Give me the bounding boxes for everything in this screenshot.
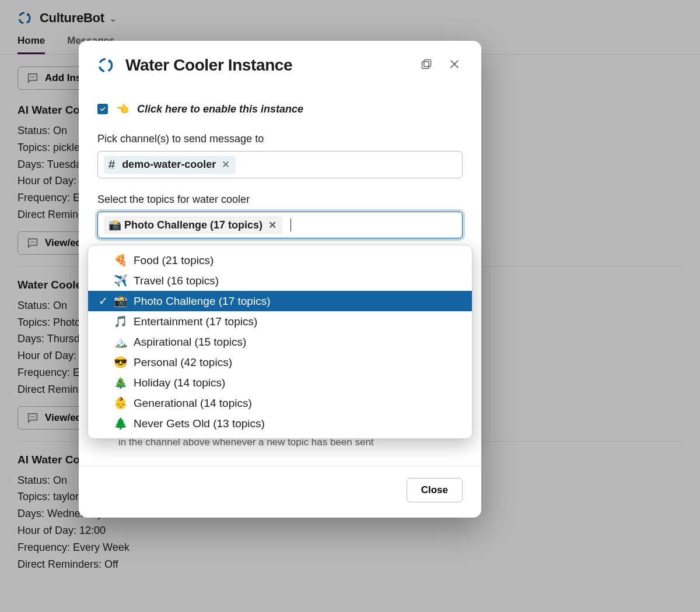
channel-chip-label: demo-water-cooler: [122, 159, 216, 171]
hash-icon: #: [108, 158, 115, 171]
dropdown-item-label: Holiday (14 topics): [134, 377, 225, 389]
topic-emoji-icon: 🎵: [114, 315, 128, 328]
dropdown-item[interactable]: ✓📸Photo Challenge (17 topics): [88, 291, 472, 311]
enable-checkbox[interactable]: [97, 104, 108, 114]
dropdown-item-label: Personal (42 topics): [134, 356, 232, 369]
dropdown-item-label: Entertainment (17 topics): [134, 315, 257, 328]
dropdown-item[interactable]: 🎄Holiday (14 topics): [88, 372, 472, 393]
dropdown-item[interactable]: 🍕Food (21 topics): [88, 250, 472, 270]
topic-chip: 📸 Photo Challenge (17 topics) ✕: [104, 216, 282, 234]
modal-logo-icon: [97, 57, 114, 73]
topic-emoji-icon: 🍕: [114, 254, 128, 267]
remove-topic-icon[interactable]: ✕: [267, 219, 278, 231]
channel-field-label: Pick channel(s) to send message to: [97, 133, 463, 145]
pointing-hand-icon: 👈: [116, 103, 129, 115]
dropdown-item-label: Generational (14 topics): [134, 397, 252, 410]
dropdown-item[interactable]: 👶Generational (14 topics): [88, 393, 472, 413]
close-button[interactable]: Close: [407, 478, 463, 502]
svg-point-12: [108, 59, 111, 62]
channel-select[interactable]: # demo-water-cooler ✕: [97, 151, 463, 178]
dropdown-item-label: Travel (16 topics): [134, 275, 219, 287]
topic-emoji-icon: 😎: [114, 356, 128, 369]
svg-rect-13: [424, 60, 431, 67]
checkmark-icon: ✓: [99, 294, 108, 308]
dropdown-item-label: Never Gets Old (13 topics): [134, 417, 265, 430]
modal-footer: Close: [79, 466, 481, 518]
close-icon[interactable]: [446, 56, 463, 75]
dropdown-item[interactable]: 🌲Never Gets Old (13 topics): [88, 413, 472, 434]
enable-instance-row[interactable]: 👈 Click here to enable this instance: [97, 103, 463, 115]
modal-title: Water Cooler Instance: [125, 56, 407, 75]
topic-emoji-icon: 👶: [114, 396, 128, 410]
dropdown-item-label: Food (21 topics): [134, 254, 214, 267]
channel-chip: # demo-water-cooler ✕: [104, 156, 236, 174]
topic-emoji-icon: 📸: [114, 294, 128, 308]
topics-select[interactable]: 📸 Photo Challenge (17 topics) ✕: [97, 212, 463, 238]
hint-text: in the channel above whenever a new topi…: [97, 437, 463, 460]
remove-channel-icon[interactable]: ✕: [220, 159, 231, 171]
topics-field-label: Select the topics for water cooler: [97, 194, 463, 206]
dropdown-item-label: Aspirational (15 topics): [134, 336, 246, 349]
dropdown-item[interactable]: 🏔️Aspirational (15 topics): [88, 332, 472, 352]
topic-emoji-icon: 🌲: [114, 417, 128, 430]
text-cursor: [290, 219, 291, 231]
topics-dropdown[interactable]: 🍕Food (21 topics)✈️Travel (16 topics)✓📸P…: [88, 245, 473, 439]
new-window-icon[interactable]: [418, 56, 435, 75]
dropdown-item[interactable]: 😎Personal (42 topics): [88, 352, 472, 372]
dropdown-item[interactable]: ✈️Travel (16 topics): [88, 270, 472, 291]
dropdown-item-label: Photo Challenge (17 topics): [134, 295, 270, 308]
svg-rect-14: [422, 62, 429, 69]
dropdown-item[interactable]: 🎵Entertainment (17 topics): [88, 311, 472, 332]
modal-header: Water Cooler Instance: [79, 41, 481, 80]
enable-instance-label: Click here to enable this instance: [137, 103, 303, 115]
topic-emoji-icon: ✈️: [114, 274, 128, 287]
topic-emoji-icon: 🎄: [114, 376, 128, 389]
topic-emoji-icon: 🏔️: [114, 335, 128, 349]
topic-chip-label: 📸 Photo Challenge (17 topics): [108, 219, 262, 231]
